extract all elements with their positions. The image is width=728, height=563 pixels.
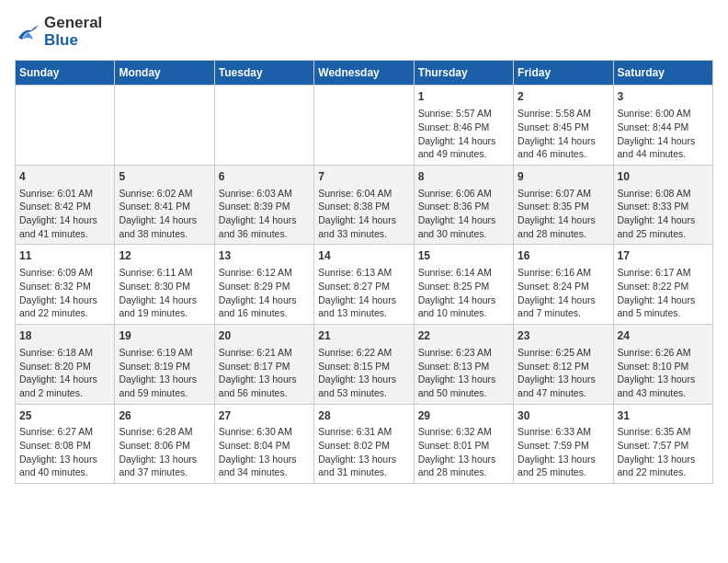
day-detail: Sunrise: 6:21 AM Sunset: 8:17 PM Dayligh…	[219, 346, 310, 400]
day-detail: Sunrise: 6:27 AM Sunset: 8:08 PM Dayligh…	[19, 425, 110, 479]
day-detail: Sunrise: 6:19 AM Sunset: 8:19 PM Dayligh…	[119, 346, 210, 400]
day-number: 26	[119, 408, 210, 424]
weekday-header-row: SundayMondayTuesdayWednesdayThursdayFrid…	[16, 61, 713, 86]
calendar-cell: 1Sunrise: 5:57 AM Sunset: 8:46 PM Daylig…	[414, 86, 513, 166]
day-detail: Sunrise: 6:08 AM Sunset: 8:33 PM Dayligh…	[618, 187, 709, 241]
calendar-cell: 5Sunrise: 6:02 AM Sunset: 8:41 PM Daylig…	[115, 165, 214, 245]
day-number: 18	[19, 328, 110, 344]
day-number: 5	[119, 169, 210, 185]
calendar-cell: 27Sunrise: 6:30 AM Sunset: 8:04 PM Dayli…	[214, 404, 313, 484]
day-number: 23	[518, 328, 609, 344]
day-detail: Sunrise: 6:09 AM Sunset: 8:32 PM Dayligh…	[19, 266, 110, 320]
calendar-cell	[16, 86, 115, 166]
calendar-cell: 10Sunrise: 6:08 AM Sunset: 8:33 PM Dayli…	[613, 165, 712, 245]
day-number: 29	[418, 408, 509, 424]
day-detail: Sunrise: 6:00 AM Sunset: 8:44 PM Dayligh…	[618, 107, 709, 161]
day-number: 24	[618, 328, 709, 344]
calendar-cell: 11Sunrise: 6:09 AM Sunset: 8:32 PM Dayli…	[16, 245, 115, 325]
day-detail: Sunrise: 5:57 AM Sunset: 8:46 PM Dayligh…	[418, 107, 509, 161]
weekday-header-tuesday: Tuesday	[214, 61, 313, 86]
weekday-header-sunday: Sunday	[16, 61, 115, 86]
day-detail: Sunrise: 6:11 AM Sunset: 8:30 PM Dayligh…	[119, 266, 210, 320]
calendar-week-row: 18Sunrise: 6:18 AM Sunset: 8:20 PM Dayli…	[16, 325, 713, 405]
calendar-cell: 26Sunrise: 6:28 AM Sunset: 8:06 PM Dayli…	[115, 404, 214, 484]
day-number: 17	[618, 248, 709, 264]
calendar-cell: 13Sunrise: 6:12 AM Sunset: 8:29 PM Dayli…	[214, 245, 313, 325]
weekday-header-wednesday: Wednesday	[314, 61, 414, 86]
calendar-cell: 22Sunrise: 6:23 AM Sunset: 8:13 PM Dayli…	[414, 325, 513, 405]
calendar-cell: 18Sunrise: 6:18 AM Sunset: 8:20 PM Dayli…	[16, 325, 115, 405]
weekday-header-saturday: Saturday	[613, 61, 712, 86]
day-number: 11	[19, 248, 110, 264]
calendar-cell: 14Sunrise: 6:13 AM Sunset: 8:27 PM Dayli…	[314, 245, 414, 325]
calendar-table: SundayMondayTuesdayWednesdayThursdayFrid…	[15, 60, 713, 484]
calendar-cell: 24Sunrise: 6:26 AM Sunset: 8:10 PM Dayli…	[613, 325, 712, 405]
day-detail: Sunrise: 6:07 AM Sunset: 8:35 PM Dayligh…	[518, 187, 609, 241]
day-detail: Sunrise: 6:22 AM Sunset: 8:15 PM Dayligh…	[318, 346, 409, 400]
day-detail: Sunrise: 6:31 AM Sunset: 8:02 PM Dayligh…	[318, 425, 409, 479]
calendar-cell: 21Sunrise: 6:22 AM Sunset: 8:15 PM Dayli…	[314, 325, 414, 405]
logo-text-line1: General	[44, 15, 102, 32]
day-detail: Sunrise: 6:28 AM Sunset: 8:06 PM Dayligh…	[119, 425, 210, 479]
calendar-cell: 7Sunrise: 6:04 AM Sunset: 8:38 PM Daylig…	[314, 165, 414, 245]
day-detail: Sunrise: 6:03 AM Sunset: 8:39 PM Dayligh…	[219, 187, 310, 241]
calendar-cell	[214, 86, 313, 166]
calendar-cell: 30Sunrise: 6:33 AM Sunset: 7:59 PM Dayli…	[514, 404, 613, 484]
day-number: 31	[618, 408, 709, 424]
calendar-week-row: 4Sunrise: 6:01 AM Sunset: 8:42 PM Daylig…	[16, 165, 713, 245]
calendar-cell: 19Sunrise: 6:19 AM Sunset: 8:19 PM Dayli…	[115, 325, 214, 405]
day-detail: Sunrise: 6:26 AM Sunset: 8:10 PM Dayligh…	[618, 346, 709, 400]
calendar-cell: 12Sunrise: 6:11 AM Sunset: 8:30 PM Dayli…	[115, 245, 214, 325]
calendar-cell: 20Sunrise: 6:21 AM Sunset: 8:17 PM Dayli…	[214, 325, 313, 405]
day-number: 1	[418, 89, 509, 105]
calendar-cell: 29Sunrise: 6:32 AM Sunset: 8:01 PM Dayli…	[414, 404, 513, 484]
day-number: 2	[518, 89, 609, 105]
day-detail: Sunrise: 6:35 AM Sunset: 7:57 PM Dayligh…	[618, 425, 709, 479]
day-number: 15	[418, 248, 509, 264]
day-number: 21	[318, 328, 409, 344]
day-number: 10	[618, 169, 709, 185]
day-detail: Sunrise: 6:30 AM Sunset: 8:04 PM Dayligh…	[219, 425, 310, 479]
day-detail: Sunrise: 6:23 AM Sunset: 8:13 PM Dayligh…	[418, 346, 509, 400]
day-detail: Sunrise: 6:06 AM Sunset: 8:36 PM Dayligh…	[418, 187, 509, 241]
day-detail: Sunrise: 6:33 AM Sunset: 7:59 PM Dayligh…	[518, 425, 609, 479]
day-number: 4	[19, 169, 110, 185]
calendar-cell: 3Sunrise: 6:00 AM Sunset: 8:44 PM Daylig…	[613, 86, 712, 166]
weekday-header-friday: Friday	[514, 61, 613, 86]
calendar-cell: 16Sunrise: 6:16 AM Sunset: 8:24 PM Dayli…	[514, 245, 613, 325]
day-number: 14	[318, 248, 409, 264]
day-detail: Sunrise: 6:16 AM Sunset: 8:24 PM Dayligh…	[518, 266, 609, 320]
calendar-cell: 6Sunrise: 6:03 AM Sunset: 8:39 PM Daylig…	[214, 165, 313, 245]
day-detail: Sunrise: 6:25 AM Sunset: 8:12 PM Dayligh…	[518, 346, 609, 400]
day-number: 30	[518, 408, 609, 424]
calendar-cell	[314, 86, 414, 166]
calendar-cell: 9Sunrise: 6:07 AM Sunset: 8:35 PM Daylig…	[514, 165, 613, 245]
day-number: 13	[219, 248, 310, 264]
day-number: 22	[418, 328, 509, 344]
day-detail: Sunrise: 6:32 AM Sunset: 8:01 PM Dayligh…	[418, 425, 509, 479]
calendar-cell: 31Sunrise: 6:35 AM Sunset: 7:57 PM Dayli…	[613, 404, 712, 484]
logo: General Blue	[15, 15, 102, 49]
calendar-cell: 2Sunrise: 5:58 AM Sunset: 8:45 PM Daylig…	[514, 86, 613, 166]
weekday-header-monday: Monday	[115, 61, 214, 86]
day-number: 12	[119, 248, 210, 264]
calendar-cell: 23Sunrise: 6:25 AM Sunset: 8:12 PM Dayli…	[514, 325, 613, 405]
day-number: 20	[219, 328, 310, 344]
calendar-cell: 15Sunrise: 6:14 AM Sunset: 8:25 PM Dayli…	[414, 245, 513, 325]
calendar-cell: 8Sunrise: 6:06 AM Sunset: 8:36 PM Daylig…	[414, 165, 513, 245]
day-detail: Sunrise: 5:58 AM Sunset: 8:45 PM Dayligh…	[518, 107, 609, 161]
calendar-week-row: 1Sunrise: 5:57 AM Sunset: 8:46 PM Daylig…	[16, 86, 713, 166]
day-detail: Sunrise: 6:04 AM Sunset: 8:38 PM Dayligh…	[318, 187, 409, 241]
logo-text-line2: Blue	[44, 32, 102, 50]
calendar-week-row: 11Sunrise: 6:09 AM Sunset: 8:32 PM Dayli…	[16, 245, 713, 325]
day-detail: Sunrise: 6:01 AM Sunset: 8:42 PM Dayligh…	[19, 187, 110, 241]
day-number: 8	[418, 169, 509, 185]
day-number: 7	[318, 169, 409, 185]
weekday-header-thursday: Thursday	[414, 61, 513, 86]
day-number: 6	[219, 169, 310, 185]
day-detail: Sunrise: 6:13 AM Sunset: 8:27 PM Dayligh…	[318, 266, 409, 320]
page-header: General Blue	[15, 15, 713, 49]
logo-icon	[15, 21, 40, 43]
calendar-cell: 4Sunrise: 6:01 AM Sunset: 8:42 PM Daylig…	[16, 165, 115, 245]
day-detail: Sunrise: 6:12 AM Sunset: 8:29 PM Dayligh…	[219, 266, 310, 320]
